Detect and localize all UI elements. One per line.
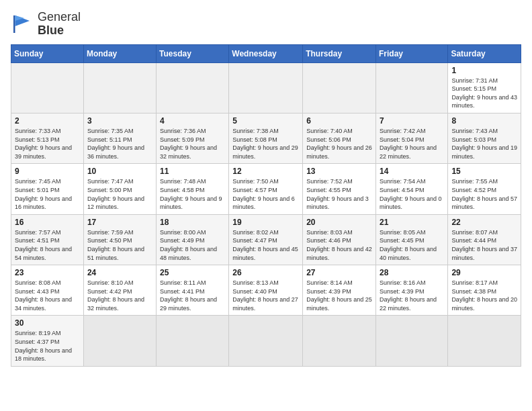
day-number: 1 <box>451 66 517 75</box>
day-info: Sunrise: 7:31 AM Sunset: 5:15 PM Dayligh… <box>451 77 517 110</box>
day-info: Sunrise: 7:38 AM Sunset: 5:08 PM Dayligh… <box>232 127 299 161</box>
calendar-cell: 11Sunrise: 7:48 AM Sunset: 4:58 PM Dayli… <box>157 164 229 214</box>
day-number: 4 <box>160 116 225 126</box>
day-info: Sunrise: 8:00 AM Sunset: 4:49 PM Dayligh… <box>160 228 225 262</box>
day-info: Sunrise: 7:45 AM Sunset: 5:01 PM Dayligh… <box>15 177 80 211</box>
day-info: Sunrise: 8:02 AM Sunset: 4:47 PM Dayligh… <box>232 228 299 262</box>
day-info: Sunrise: 8:17 AM Sunset: 4:38 PM Dayligh… <box>451 279 517 312</box>
day-info: Sunrise: 8:14 AM Sunset: 4:39 PM Dayligh… <box>306 279 372 312</box>
day-number: 22 <box>451 218 517 227</box>
day-number: 21 <box>380 218 444 227</box>
day-info: Sunrise: 7:59 AM Sunset: 4:50 PM Dayligh… <box>87 228 152 262</box>
day-info: Sunrise: 7:35 AM Sunset: 5:11 PM Dayligh… <box>87 127 152 161</box>
weekday-header-sunday: Sunday <box>11 44 84 62</box>
day-number: 10 <box>87 167 152 176</box>
day-number: 8 <box>451 116 517 126</box>
calendar-cell <box>448 316 521 366</box>
calendar-cell: 27Sunrise: 8:14 AM Sunset: 4:39 PM Dayli… <box>303 265 376 316</box>
calendar-cell: 23Sunrise: 8:08 AM Sunset: 4:43 PM Dayli… <box>11 265 84 316</box>
day-number: 28 <box>380 268 444 277</box>
calendar-week-row: 1Sunrise: 7:31 AM Sunset: 5:15 PM Daylig… <box>11 62 521 113</box>
calendar-cell: 4Sunrise: 7:36 AM Sunset: 5:09 PM Daylig… <box>157 113 229 163</box>
logo-icon <box>11 14 35 34</box>
day-info: Sunrise: 7:47 AM Sunset: 5:00 PM Dayligh… <box>87 177 152 211</box>
day-number: 2 <box>15 116 80 126</box>
calendar-cell: 14Sunrise: 7:54 AM Sunset: 4:54 PM Dayli… <box>375 164 447 214</box>
day-info: Sunrise: 7:52 AM Sunset: 4:55 PM Dayligh… <box>306 177 372 211</box>
weekday-header-tuesday: Tuesday <box>157 44 229 62</box>
weekday-header-wednesday: Wednesday <box>229 44 303 62</box>
logo: GeneralBlue <box>11 11 81 38</box>
day-number: 3 <box>87 116 152 126</box>
calendar-cell: 2Sunrise: 7:33 AM Sunset: 5:13 PM Daylig… <box>11 113 84 163</box>
calendar-cell <box>303 62 376 113</box>
calendar-cell: 3Sunrise: 7:35 AM Sunset: 5:11 PM Daylig… <box>83 113 156 163</box>
calendar-cell: 13Sunrise: 7:52 AM Sunset: 4:55 PM Dayli… <box>303 164 376 214</box>
calendar-cell: 21Sunrise: 8:05 AM Sunset: 4:45 PM Dayli… <box>375 214 447 265</box>
calendar-cell: 22Sunrise: 8:07 AM Sunset: 4:44 PM Dayli… <box>448 214 521 265</box>
day-info: Sunrise: 7:54 AM Sunset: 4:54 PM Dayligh… <box>380 177 444 211</box>
weekday-header-thursday: Thursday <box>303 44 376 62</box>
calendar-cell <box>229 62 303 113</box>
calendar-cell: 12Sunrise: 7:50 AM Sunset: 4:57 PM Dayli… <box>229 164 303 214</box>
day-number: 26 <box>232 268 299 277</box>
day-info: Sunrise: 8:11 AM Sunset: 4:41 PM Dayligh… <box>160 279 225 312</box>
calendar-cell <box>11 62 84 113</box>
day-info: Sunrise: 8:13 AM Sunset: 4:40 PM Dayligh… <box>232 279 299 312</box>
day-number: 9 <box>15 167 80 176</box>
day-number: 24 <box>87 268 152 277</box>
calendar-cell <box>303 316 376 366</box>
day-number: 25 <box>160 268 225 277</box>
day-info: Sunrise: 8:07 AM Sunset: 4:44 PM Dayligh… <box>451 228 517 262</box>
calendar-week-row: 16Sunrise: 7:57 AM Sunset: 4:51 PM Dayli… <box>11 214 521 265</box>
calendar-cell: 26Sunrise: 8:13 AM Sunset: 4:40 PM Dayli… <box>229 265 303 316</box>
day-number: 13 <box>306 167 372 176</box>
calendar-cell: 28Sunrise: 8:16 AM Sunset: 4:39 PM Dayli… <box>375 265 447 316</box>
calendar-cell: 9Sunrise: 7:45 AM Sunset: 5:01 PM Daylig… <box>11 164 84 214</box>
calendar-cell <box>375 316 447 366</box>
day-number: 7 <box>380 116 444 126</box>
calendar-cell: 15Sunrise: 7:55 AM Sunset: 4:52 PM Dayli… <box>448 164 521 214</box>
calendar-cell: 5Sunrise: 7:38 AM Sunset: 5:08 PM Daylig… <box>229 113 303 163</box>
day-info: Sunrise: 8:03 AM Sunset: 4:46 PM Dayligh… <box>306 228 372 262</box>
day-number: 19 <box>232 218 299 227</box>
day-number: 5 <box>232 116 299 126</box>
weekday-header-monday: Monday <box>83 44 156 62</box>
day-number: 27 <box>306 268 372 277</box>
calendar-cell: 16Sunrise: 7:57 AM Sunset: 4:51 PM Dayli… <box>11 214 84 265</box>
weekday-header-row: SundayMondayTuesdayWednesdayThursdayFrid… <box>11 44 521 62</box>
calendar-cell: 30Sunrise: 8:19 AM Sunset: 4:37 PM Dayli… <box>11 316 84 366</box>
calendar-cell: 8Sunrise: 7:43 AM Sunset: 5:03 PM Daylig… <box>448 113 521 163</box>
day-info: Sunrise: 8:05 AM Sunset: 4:45 PM Dayligh… <box>380 228 444 262</box>
weekday-header-saturday: Saturday <box>448 44 521 62</box>
day-info: Sunrise: 7:50 AM Sunset: 4:57 PM Dayligh… <box>232 177 299 211</box>
calendar-cell: 6Sunrise: 7:40 AM Sunset: 5:06 PM Daylig… <box>303 113 376 163</box>
day-number: 15 <box>451 167 517 176</box>
day-info: Sunrise: 7:55 AM Sunset: 4:52 PM Dayligh… <box>451 177 517 211</box>
calendar-table: SundayMondayTuesdayWednesdayThursdayFrid… <box>11 44 521 367</box>
day-info: Sunrise: 8:16 AM Sunset: 4:39 PM Dayligh… <box>380 279 444 312</box>
day-number: 16 <box>15 218 80 227</box>
calendar-cell: 25Sunrise: 8:11 AM Sunset: 4:41 PM Dayli… <box>157 265 229 316</box>
calendar-week-row: 9Sunrise: 7:45 AM Sunset: 5:01 PM Daylig… <box>11 164 521 214</box>
day-number: 14 <box>380 167 444 176</box>
logo-text: GeneralBlue <box>38 11 81 38</box>
day-info: Sunrise: 7:36 AM Sunset: 5:09 PM Dayligh… <box>160 127 225 161</box>
calendar-page: GeneralBlue SundayMondayTuesdayWednesday… <box>0 0 532 411</box>
calendar-cell <box>229 316 303 366</box>
calendar-cell <box>157 316 229 366</box>
calendar-cell <box>375 62 447 113</box>
calendar-cell: 17Sunrise: 7:59 AM Sunset: 4:50 PM Dayli… <box>83 214 156 265</box>
day-info: Sunrise: 8:08 AM Sunset: 4:43 PM Dayligh… <box>15 279 80 312</box>
day-number: 23 <box>15 268 80 277</box>
calendar-cell: 7Sunrise: 7:42 AM Sunset: 5:04 PM Daylig… <box>375 113 447 163</box>
day-number: 20 <box>306 218 372 227</box>
day-number: 6 <box>306 116 372 126</box>
calendar-cell: 19Sunrise: 8:02 AM Sunset: 4:47 PM Dayli… <box>229 214 303 265</box>
calendar-cell: 24Sunrise: 8:10 AM Sunset: 4:42 PM Dayli… <box>83 265 156 316</box>
day-info: Sunrise: 7:42 AM Sunset: 5:04 PM Dayligh… <box>380 127 444 161</box>
weekday-header-friday: Friday <box>375 44 447 62</box>
day-info: Sunrise: 7:33 AM Sunset: 5:13 PM Dayligh… <box>15 127 80 161</box>
day-number: 17 <box>87 218 152 227</box>
day-number: 30 <box>15 318 80 328</box>
